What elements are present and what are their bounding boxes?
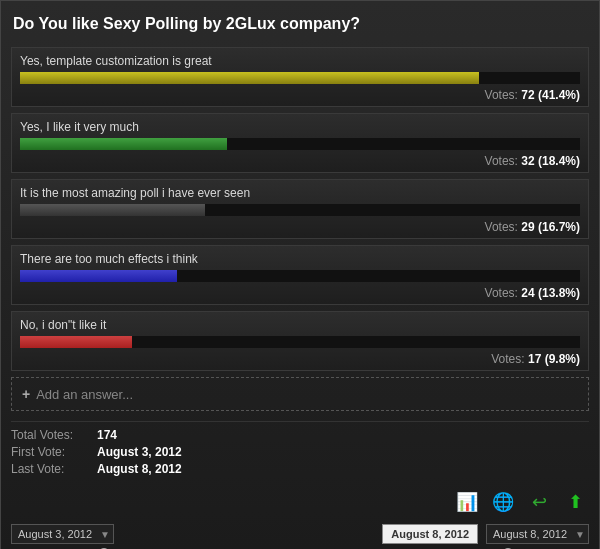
votes-line-2: Votes: 29 (16.7%) xyxy=(20,220,580,234)
action-icons-row: 📊 🌐 ↩ ⬆ xyxy=(11,488,589,516)
poll-container: Do You like Sexy Polling by 2GLux compan… xyxy=(0,0,600,549)
votes-line-3: Votes: 24 (13.8%) xyxy=(20,286,580,300)
plus-icon: + xyxy=(22,386,30,402)
votes-line-1: Votes: 32 (18.4%) xyxy=(20,154,580,168)
bar-4 xyxy=(20,336,132,348)
chart-icon[interactable]: 📊 xyxy=(453,488,481,516)
bar-container-2 xyxy=(20,204,580,216)
bar-container-0 xyxy=(20,72,580,84)
bar-container-3 xyxy=(20,270,580,282)
poll-option-0: Yes, template customization is great Vot… xyxy=(11,47,589,107)
bar-container-4 xyxy=(20,336,580,348)
poll-option-3: There are too much effects i think Votes… xyxy=(11,245,589,305)
date-controls-row: August 3, 2012 ▼ August 8, 2012 August 8… xyxy=(11,524,589,544)
export-icon[interactable]: ⬆ xyxy=(561,488,589,516)
poll-option-1: Yes, I like it very much Votes: 32 (18.4… xyxy=(11,113,589,173)
add-answer-label: Add an answer... xyxy=(36,387,133,402)
option-label-4: No, i don"t like it xyxy=(20,318,580,332)
share-icon[interactable]: 🌐 xyxy=(489,488,517,516)
end-date-select[interactable]: August 8, 2012 xyxy=(486,524,589,544)
last-value: August 8, 2012 xyxy=(97,462,182,476)
end-date-display: August 8, 2012 xyxy=(382,524,478,544)
end-date-wrapper: August 8, 2012 ▼ xyxy=(486,524,589,544)
stats-section: Total Votes: 174 First Vote: August 3, 2… xyxy=(11,428,589,476)
first-vote-row: First Vote: August 3, 2012 xyxy=(11,445,589,459)
bar-1 xyxy=(20,138,227,150)
option-label-2: It is the most amazing poll i have ever … xyxy=(20,186,580,200)
last-vote-row: Last Vote: August 8, 2012 xyxy=(11,462,589,476)
divider-1 xyxy=(11,421,589,422)
poll-title: Do You like Sexy Polling by 2GLux compan… xyxy=(11,11,589,37)
option-label-3: There are too much effects i think xyxy=(20,252,580,266)
last-label: Last Vote: xyxy=(11,462,91,476)
votes-line-0: Votes: 72 (41.4%) xyxy=(20,88,580,102)
poll-option-2: It is the most amazing poll i have ever … xyxy=(11,179,589,239)
option-label-0: Yes, template customization is great xyxy=(20,54,580,68)
votes-line-4: Votes: 17 (9.8%) xyxy=(20,352,580,366)
options-list: Yes, template customization is great Vot… xyxy=(11,47,589,371)
bar-3 xyxy=(20,270,177,282)
poll-option-4: No, i don"t like it Votes: 17 (9.8%) xyxy=(11,311,589,371)
start-date-select[interactable]: August 3, 2012 xyxy=(11,524,114,544)
total-value: 174 xyxy=(97,428,117,442)
first-value: August 3, 2012 xyxy=(97,445,182,459)
start-date-wrapper: August 3, 2012 ▼ xyxy=(11,524,114,544)
add-answer-row[interactable]: + Add an answer... xyxy=(11,377,589,411)
total-votes-row: Total Votes: 174 xyxy=(11,428,589,442)
first-label: First Vote: xyxy=(11,445,91,459)
total-label: Total Votes: xyxy=(11,428,91,442)
bar-2 xyxy=(20,204,205,216)
refresh-icon[interactable]: ↩ xyxy=(525,488,553,516)
bar-container-1 xyxy=(20,138,580,150)
option-label-1: Yes, I like it very much xyxy=(20,120,580,134)
bar-0 xyxy=(20,72,479,84)
